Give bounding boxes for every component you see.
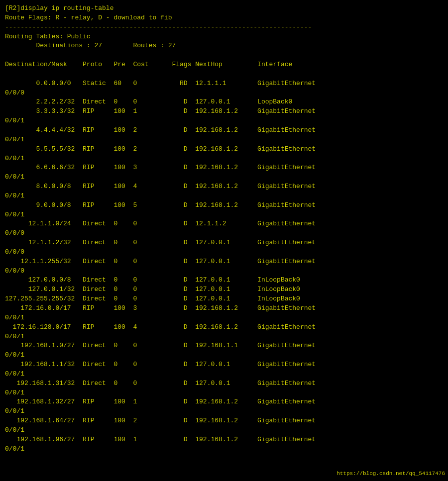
terminal-output: [R2]display ip routing-table Route Flags… (5, 4, 443, 454)
watermark: https://blog.csdn.net/qq_54117476 (336, 470, 445, 478)
